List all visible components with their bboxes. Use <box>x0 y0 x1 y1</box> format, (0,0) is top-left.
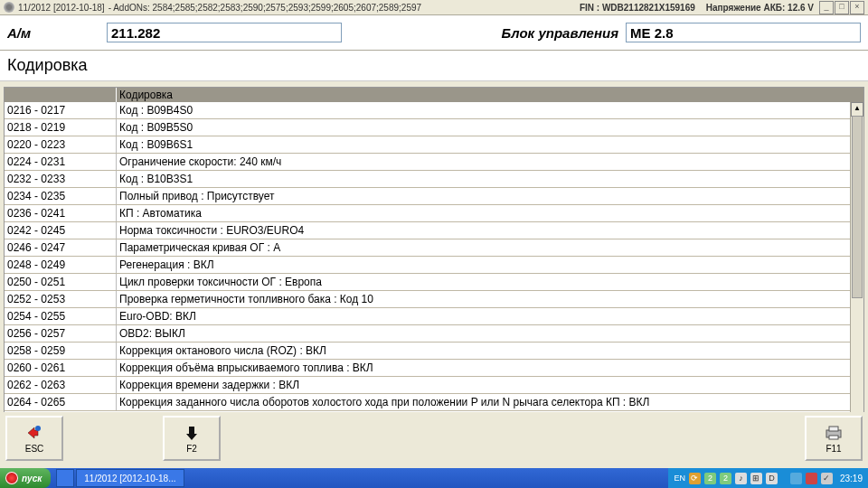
row-id: 0264 - 0265 <box>5 394 117 410</box>
row-value: Код : B09B5S0 <box>117 119 863 136</box>
page-subtitle: Кодировка <box>0 51 868 81</box>
row-id: 0256 - 0257 <box>5 325 117 342</box>
row-value: Коррекция октанового числа (ROZ) : ВКЛ <box>117 343 863 359</box>
row-id: 0216 - 0217 <box>5 102 117 118</box>
scroll-thumb[interactable] <box>852 116 863 298</box>
row-id: 0258 - 0259 <box>5 343 117 359</box>
table-row[interactable]: 0218 - 0219Код : B09B5S0 <box>5 119 863 136</box>
row-value: Коррекция объёма впрыскиваемого топлива … <box>117 360 863 376</box>
down-arrow-icon <box>182 424 202 442</box>
row-value: Ограничение скорости: 240 км/ч <box>117 154 863 170</box>
ecu-input[interactable] <box>626 23 861 42</box>
lang-indicator[interactable]: EN <box>674 474 685 483</box>
row-id: 0236 - 0241 <box>5 205 117 221</box>
svg-point-0 <box>35 426 41 431</box>
scroll-up-icon[interactable]: ▲ <box>851 102 863 117</box>
table-row[interactable]: 0250 - 0251Цикл проверки токсичности ОГ … <box>5 274 863 291</box>
table-row[interactable]: 0236 - 0241КП : Автоматика <box>5 205 863 222</box>
system-tray[interactable]: EN ⟳ 2 2 ♪ ⊞ D ✓ 23:19 <box>668 468 868 488</box>
row-value: Euro-OBD: ВКЛ <box>117 308 863 324</box>
table-header: Кодировка <box>5 88 863 102</box>
row-id: 0254 - 0255 <box>5 308 117 324</box>
titlebar: 11/2012 [2012-10-18] - AddONs: 2584;2585… <box>0 0 868 15</box>
table-row[interactable]: 0260 - 0261Коррекция объёма впрыскиваемо… <box>5 360 863 377</box>
table-row[interactable]: 0258 - 0259Коррекция октанового числа (R… <box>5 343 863 360</box>
table-row[interactable]: 0242 - 0245Норма токсичности : EURO3/EUR… <box>5 222 863 239</box>
row-id: 0218 - 0219 <box>5 119 117 136</box>
tray-icon[interactable]: ♪ <box>735 473 747 484</box>
version-text: 11/2012 [2012-10-18] <box>18 3 105 13</box>
row-id: 0220 - 0223 <box>5 136 117 153</box>
col-coding[interactable]: Кодировка <box>117 88 863 102</box>
voltage-value: 12.6 V <box>788 3 814 13</box>
back-icon <box>24 424 44 442</box>
esc-button[interactable]: ESC <box>5 416 63 461</box>
am-label: А/м <box>7 25 107 41</box>
row-value: Код : B10B3S1 <box>117 171 863 187</box>
row-value: Норма токсичности : EURO3/EURO4 <box>117 222 863 239</box>
tray-icon[interactable]: D <box>766 473 778 484</box>
table-row[interactable]: 0216 - 0217Код : B09B4S0 <box>5 102 863 119</box>
table-row[interactable]: 0246 - 0247Параметрическая кривая ОГ : A <box>5 239 863 257</box>
table-row[interactable]: 0248 - 0249Регенерация : ВКЛ <box>5 257 863 274</box>
svg-rect-2 <box>829 427 838 431</box>
tray-icon[interactable]: ⟳ <box>689 473 701 484</box>
addons-text: - AddONs: 2584;2585;2582;2583;2590;2575;… <box>108 3 421 13</box>
task-button[interactable] <box>56 469 74 487</box>
row-id: 0232 - 0233 <box>5 171 117 187</box>
row-id: 0250 - 0251 <box>5 274 117 290</box>
row-value: Коррекция времени задержки : ВКЛ <box>117 377 863 393</box>
task-button[interactable]: 11/2012 [2012-10-18... <box>76 469 184 487</box>
tray-icon[interactable]: ⊞ <box>750 473 762 484</box>
table-row[interactable]: 0254 - 0255Euro-OBD: ВКЛ <box>5 308 863 325</box>
minimize-button[interactable]: _ <box>819 1 834 14</box>
row-id: 0260 - 0261 <box>5 360 117 376</box>
app-logo-icon <box>4 2 14 13</box>
table-row[interactable]: 0256 - 0257OBD2: ВЫКЛ <box>5 325 863 343</box>
taskbar: пуск 11/2012 [2012-10-18... EN ⟳ 2 2 ♪ ⊞… <box>0 468 868 488</box>
tray-icon[interactable] <box>806 473 817 484</box>
clock[interactable]: 23:19 <box>840 474 863 483</box>
row-value: Цикл проверки токсичности ОГ : Европа <box>117 274 863 290</box>
table-row[interactable]: 0262 - 0263Коррекция времени задержки : … <box>5 377 863 394</box>
row-id: 0252 - 0253 <box>5 291 117 307</box>
tray-icon[interactable]: ✓ <box>821 473 833 484</box>
header-row: А/м Блок управления <box>0 15 868 51</box>
close-button[interactable]: × <box>850 1 864 14</box>
row-id: 0248 - 0249 <box>5 257 117 273</box>
tray-icon[interactable]: 2 <box>720 473 731 484</box>
table-row[interactable]: 0264 - 0265Коррекция заданного числа обо… <box>5 394 863 411</box>
printer-icon <box>824 424 844 442</box>
table-body: 0216 - 0217Код : B09B4S00218 - 0219Код :… <box>5 102 863 446</box>
start-orb-icon <box>5 472 18 484</box>
task-buttons: 11/2012 [2012-10-18... <box>56 469 184 487</box>
row-value: КП : Автоматика <box>117 205 863 221</box>
table-row[interactable]: 0234 - 0235Полный привод : Присутствует <box>5 188 863 205</box>
am-input[interactable] <box>107 23 342 42</box>
row-value: Проверка герметичности топливного бака :… <box>117 291 863 307</box>
table-row[interactable]: 0220 - 0223Код : B09B6S1 <box>5 136 863 154</box>
tray-icon[interactable]: 2 <box>704 473 716 484</box>
table-row[interactable]: 0232 - 0233Код : B10B3S1 <box>5 171 863 188</box>
row-id: 0234 - 0235 <box>5 188 117 204</box>
table-row[interactable]: 0252 - 0253Проверка герметичности топлив… <box>5 291 863 308</box>
f2-button[interactable]: F2 <box>163 416 221 461</box>
ecu-label: Блок управления <box>502 25 618 41</box>
row-id: 0246 - 0247 <box>5 239 117 256</box>
restore-button[interactable]: □ <box>835 1 849 14</box>
row-id: 0262 - 0263 <box>5 377 117 393</box>
row-value: Код : B09B4S0 <box>117 102 863 118</box>
row-value: OBD2: ВЫКЛ <box>117 325 863 342</box>
row-value: Параметрическая кривая ОГ : A <box>117 239 863 256</box>
row-value: Полный привод : Присутствует <box>117 188 863 204</box>
tray-icon[interactable] <box>790 473 802 484</box>
row-value: Код : B09B6S1 <box>117 136 863 153</box>
start-button[interactable]: пуск <box>0 468 51 488</box>
scrollbar[interactable]: ▲ ▼ <box>850 102 863 446</box>
f11-button[interactable]: F11 <box>805 416 863 461</box>
row-id: 0242 - 0245 <box>5 222 117 239</box>
function-keys: ESC F2 F11 <box>0 412 868 468</box>
table-row[interactable]: 0224 - 0231Ограничение скорости: 240 км/… <box>5 154 863 171</box>
row-id: 0224 - 0231 <box>5 154 117 170</box>
col-id[interactable] <box>5 88 117 102</box>
